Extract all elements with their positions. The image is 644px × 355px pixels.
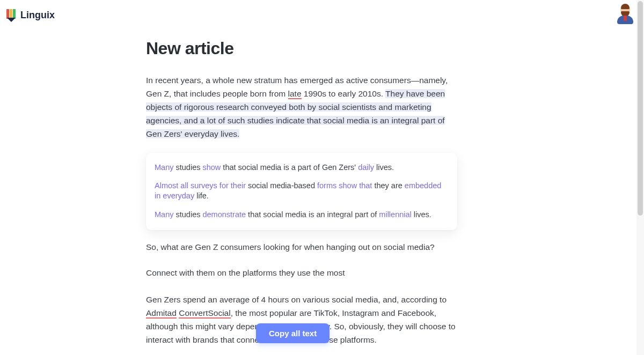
app-header: Linguix	[0, 0, 644, 26]
article-title: New article	[146, 39, 457, 58]
page-scrollbar[interactable]	[636, 0, 644, 355]
para2-pre: Gen Zers spend an average of 4 hours on …	[146, 295, 447, 304]
copy-all-text-button[interactable]: Copy all text	[256, 323, 330, 343]
card-fade-overlay	[146, 215, 457, 230]
intro-text-mid: 1990s to early 2010s.	[302, 89, 386, 98]
intro-paragraph[interactable]: In recent years, a whole new stratum has…	[146, 73, 457, 141]
brand-logo[interactable]: Linguix	[5, 8, 55, 22]
suggestion-option-1[interactable]: Many studies show that social media is a…	[155, 162, 449, 173]
paraphrase-suggestions-card: Many studies show that social media is a…	[146, 153, 457, 230]
grammar-flag-convertsocial[interactable]: ConvertSocial	[179, 308, 231, 319]
question-paragraph[interactable]: So, what are Gen Z consumers looking for…	[146, 241, 457, 254]
grammar-flag-late[interactable]: late	[288, 89, 302, 99]
scroll-thumb[interactable]	[638, 1, 643, 216]
grammar-flag-admitad[interactable]: Admitad	[146, 308, 177, 319]
avatar-head-icon	[620, 5, 630, 14]
user-avatar[interactable]	[616, 5, 634, 25]
brand-name: Linguix	[20, 10, 55, 21]
article-editor[interactable]: New article In recent years, a whole new…	[146, 39, 457, 355]
section-subhead[interactable]: Connect with them on the platforms they …	[146, 267, 457, 280]
linguix-icon	[5, 8, 17, 22]
suggestion-option-2[interactable]: Almost all surveys for their social medi…	[155, 181, 449, 201]
avatar-body-icon	[617, 16, 633, 24]
